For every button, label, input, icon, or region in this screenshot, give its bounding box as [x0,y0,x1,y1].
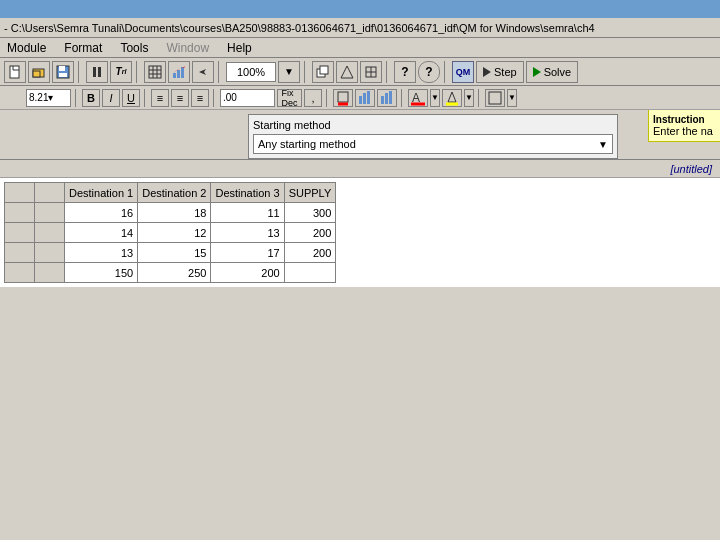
path-text: - C:\Users\Semra Tunali\Documents\course… [4,22,595,34]
svg-rect-13 [173,73,176,78]
bar-chart2-btn[interactable] [377,89,397,107]
row1-supply[interactable]: 300 [284,203,336,223]
open-button[interactable] [28,61,50,83]
separator-2 [136,61,140,83]
starting-method-label: Starting method [253,119,613,131]
align-left-button[interactable]: ≡ [151,89,169,107]
graph-btn[interactable] [336,61,358,83]
separator-4 [304,61,308,83]
untitled-label: [untitled] [670,163,712,175]
row4-d1[interactable]: 150 [65,263,138,283]
header-empty-2 [35,183,65,203]
row1-d2[interactable]: 18 [138,203,211,223]
bg-color-dropdown[interactable]: ▼ [464,89,474,107]
header-empty-1 [5,183,35,203]
step-button[interactable]: Step [476,61,524,83]
row1-d3[interactable]: 11 [211,203,284,223]
new-button[interactable] [4,61,26,83]
title-bar [0,0,720,18]
row3-d1[interactable]: 13 [65,243,138,263]
zoom-dropdown[interactable]: ▼ [278,61,300,83]
row2-supply[interactable]: 200 [284,223,336,243]
menu-tools[interactable]: Tools [117,40,151,56]
about-btn[interactable]: ? [418,61,440,83]
row4-d2[interactable]: 250 [138,263,211,283]
instruction-text: Enter the na [653,125,716,137]
grid-button[interactable] [144,61,166,83]
row3-supply[interactable]: 200 [284,243,336,263]
row2-d1[interactable]: 14 [65,223,138,243]
svg-rect-6 [59,66,65,71]
bold-button[interactable]: B [82,89,100,107]
svg-rect-4 [33,71,40,77]
border-btn[interactable] [485,89,505,107]
svg-marker-23 [483,67,491,77]
font-color-btn[interactable]: A [408,89,428,107]
menu-format[interactable]: Format [61,40,105,56]
table-row: 150 250 200 [5,263,336,283]
row4-num [5,263,35,283]
window-btn[interactable] [312,61,334,83]
highlight-button[interactable] [333,89,353,107]
chart-button[interactable] [168,61,190,83]
align-center-button[interactable]: ≡ [171,89,189,107]
menu-window[interactable]: Window [163,40,212,56]
font-size-value: 8.21▾ [29,92,53,103]
row3-d3[interactable]: 17 [211,243,284,263]
text-button[interactable]: Trl [110,61,132,83]
row3-d2[interactable]: 15 [138,243,211,263]
select-arrow-icon: ▼ [598,139,608,150]
svg-rect-12 [149,66,161,78]
pause-button[interactable] [86,61,108,83]
comma-button[interactable]: , [304,89,322,107]
arrow-button[interactable] [192,61,214,83]
row2-d2[interactable]: 12 [138,223,211,243]
header-destination3: Destination 3 [211,183,284,203]
instruction-panel: Instruction Enter the na [648,110,720,142]
row2-d3[interactable]: 13 [211,223,284,243]
menu-bar: Module Format Tools Window Help [0,38,720,58]
header-supply: SUPPLY [284,183,336,203]
row1-label [35,203,65,223]
fix-dec-button[interactable]: FixDec [277,89,302,107]
qm-logo: QM [452,61,474,83]
border-dropdown[interactable]: ▼ [507,89,517,107]
number-format-display[interactable]: .00 [220,89,275,107]
grid2-btn[interactable] [360,61,382,83]
table-row: 13 15 17 200 [5,243,336,263]
align-right-button[interactable]: ≡ [191,89,209,107]
main-toolbar: Trl 100% ▼ [0,58,720,86]
svg-rect-31 [389,91,392,104]
menu-help[interactable]: Help [224,40,255,56]
starting-method-select[interactable]: Any starting method ▼ [253,134,613,154]
row2-num [5,223,35,243]
bar-chart-btn[interactable] [355,89,375,107]
save-button[interactable] [52,61,74,83]
menu-module[interactable]: Module [4,40,49,56]
row1-d1[interactable]: 16 [65,203,138,223]
separator-5 [386,61,390,83]
svg-rect-0 [10,66,19,78]
row4-supply[interactable] [284,263,336,283]
svg-rect-26 [359,96,362,104]
separator-3 [218,61,222,83]
underline-button[interactable]: U [122,89,140,107]
solve-button[interactable]: Solve [526,61,579,83]
help-btn[interactable]: ? [394,61,416,83]
svg-rect-18 [320,66,328,74]
fmt-sep-5 [401,89,404,107]
font-size-display[interactable]: 8.21▾ [26,89,71,107]
header-destination1: Destination 1 [65,183,138,203]
row4-d3[interactable]: 200 [211,263,284,283]
bg-color-btn[interactable] [442,89,462,107]
separator-1 [78,61,82,83]
svg-rect-27 [363,93,366,104]
zoom-value: 100% [237,66,265,78]
italic-button[interactable]: I [102,89,120,107]
svg-rect-24 [338,92,348,102]
table-header-row: Destination 1 Destination 2 Destination … [5,183,336,203]
font-color-dropdown[interactable]: ▼ [430,89,440,107]
table-row: 16 18 11 300 [5,203,336,223]
transport-table: Destination 1 Destination 2 Destination … [4,182,336,283]
fmt-sep-2 [144,89,147,107]
